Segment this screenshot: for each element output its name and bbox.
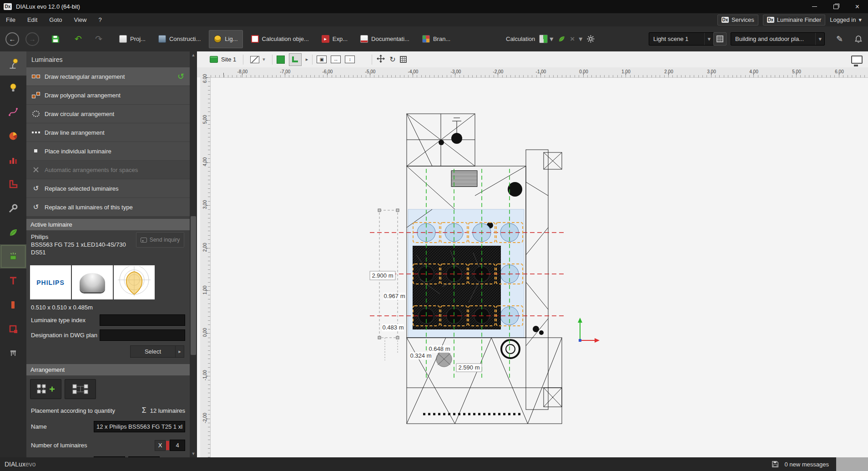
tab-branding[interactable]: Bran... [418, 30, 455, 48]
undo-button[interactable]: ↶ [72, 26, 85, 51]
scroll-up-icon[interactable]: ▲ [190, 51, 197, 59]
level-view-button[interactable] [289, 53, 302, 66]
luminaire-type-index-input[interactable] [100, 314, 185, 326]
save-button[interactable] [51, 26, 60, 51]
ruler-label: 0.00 [579, 69, 588, 74]
zoom-fit-button[interactable]: ▣ [317, 56, 327, 63]
tool-replace-all-luminaires[interactable]: ↺ Replace all luminaires of this type [26, 198, 190, 216]
tool-luminaires[interactable] [0, 51, 26, 76]
tool-column[interactable] [0, 293, 26, 317]
tool-draw-rectangular-arrangement[interactable]: Draw rectangular arrangement ↺ [26, 67, 190, 86]
tool-strip [0, 51, 26, 457]
services-button[interactable]: Dx Services [717, 15, 758, 25]
menu-view[interactable]: View [68, 13, 93, 26]
dimension-value[interactable]: 2.590 m [459, 364, 480, 371]
dwg-designation-input[interactable] [100, 329, 185, 341]
tool-draw-circular-arrangement[interactable]: Draw circular arrangement [26, 105, 190, 123]
chevron-down-icon[interactable]: ▾ [579, 35, 582, 43]
edit-pencil-button[interactable]: ✎ [836, 26, 843, 51]
tool-energy[interactable] [0, 220, 26, 244]
tab-documentation[interactable]: Documentati... [356, 30, 414, 48]
tool-rooms[interactable] [0, 172, 26, 196]
tool-cables[interactable] [0, 100, 26, 124]
brand-dialux: DIALux [5, 461, 25, 468]
messages-status[interactable]: 0 new messages [784, 461, 829, 468]
menu-help[interactable]: ? [93, 13, 108, 26]
luminaire-finder-button[interactable]: Dx Luminaire Finder [763, 15, 826, 25]
tool-place-individual-luminaire[interactable]: Place individual luminaire [26, 142, 190, 160]
arrangement-field-button[interactable] [30, 379, 61, 399]
tab-export[interactable]: ▸Exp... [317, 30, 352, 48]
quantity-value[interactable]: 12 luminaires [150, 407, 185, 414]
tool-replace-selected-luminaires[interactable]: ↺ Replace selected luminaires [26, 179, 190, 198]
menu-file[interactable]: File [0, 13, 21, 26]
calculation-label: Calculation [506, 35, 535, 42]
site-button[interactable]: Site 1 [207, 55, 239, 64]
view-mode-button[interactable]: ▾ [247, 55, 268, 65]
tool-zones[interactable] [0, 317, 26, 341]
manufacturer-logo-thumb[interactable]: PHILIPS [30, 265, 71, 299]
tool-luminaire-layout[interactable] [0, 244, 26, 268]
cad-drawing[interactable]: 2.900 m 0.967 m 0.483 m 0.648 m 0.324 m … [210, 77, 868, 457]
site-label: Site 1 [221, 56, 236, 63]
light-distribution-thumb[interactable] [114, 265, 155, 299]
gear-icon[interactable] [586, 35, 595, 43]
move-tool-button[interactable] [376, 54, 385, 65]
horizontal-ruler[interactable]: -8.00 -7.00 -6.00 -5.00 -4.00 -3.00 -2.0… [210, 67, 868, 78]
tab-light[interactable]: Lig... [209, 30, 242, 48]
menu-goto[interactable]: Goto [43, 13, 68, 26]
building-select[interactable]: Building and outdoor pla... ▾ [731, 32, 825, 46]
energy-leaf-icon[interactable] [557, 35, 566, 43]
x-count-input[interactable] [170, 440, 185, 451]
minimize-button[interactable] [804, 0, 825, 13]
tab-construction[interactable]: Constructi... [154, 30, 205, 48]
select-row: Select ▸ [32, 345, 184, 358]
nav-back-button[interactable]: ← [5, 26, 19, 51]
ruler-label: 1.00 [202, 283, 207, 298]
name-row: Name [31, 421, 185, 432]
statusbar-resize-area[interactable] [836, 457, 868, 471]
logged-in-menu[interactable]: Logged in ▾ [830, 16, 862, 23]
calculation-mode-button[interactable]: ▾ [539, 35, 553, 43]
tool-daylight[interactable] [0, 124, 26, 148]
nav-forward-button[interactable]: → [25, 26, 39, 51]
scene-options-button[interactable] [713, 26, 727, 51]
rotate-tool-button[interactable]: ↻ [389, 55, 395, 64]
tool-draw-polygonal-arrangement[interactable]: Draw polygonal arrangement [26, 86, 190, 104]
light-icon [214, 35, 222, 43]
scrollbar-thumb[interactable] [191, 216, 196, 355]
arrangement-row-button[interactable] [65, 379, 96, 399]
select-expand-button[interactable]: ▸ [176, 345, 184, 358]
display-options-button[interactable] [851, 56, 863, 64]
notifications-button[interactable] [854, 26, 863, 51]
tab-calculation-objects[interactable]: Calculation obje... [247, 30, 313, 48]
selection-helper[interactable] [378, 209, 399, 360]
expand-icon[interactable]: ▸ [306, 56, 308, 62]
redo-button[interactable]: ↷ [92, 26, 105, 51]
menu-edit[interactable]: Edit [21, 13, 43, 26]
tab-project[interactable]: Proj... [115, 30, 150, 48]
select-luminaire-button[interactable]: Select [130, 345, 176, 358]
luminaire-photo-thumb[interactable] [72, 265, 113, 299]
fit-height-button[interactable]: ↕ [345, 56, 355, 63]
tool-draw-line-arrangement[interactable]: Draw line arrangement [26, 123, 190, 142]
grid-snap-button[interactable] [400, 56, 407, 63]
scroll-down-icon[interactable]: ▼ [190, 450, 197, 457]
close-button[interactable]: × [847, 0, 868, 13]
tool-lamps[interactable] [0, 76, 26, 100]
tool-settings[interactable] [0, 196, 26, 220]
tool-text[interactable] [0, 268, 26, 293]
arrangement-name-input[interactable] [94, 421, 185, 432]
light-scene-select[interactable]: Light scene 1 ▾ [649, 32, 714, 46]
tool-furniture[interactable] [0, 341, 26, 365]
dimension-value[interactable]: 2.900 m [372, 272, 394, 279]
chevron-down-icon: ▾ [858, 16, 862, 23]
panel-scrollbar[interactable]: ▲ ▼ [190, 51, 197, 457]
tool-results[interactable] [0, 148, 26, 172]
fit-width-button[interactable]: ↔ [331, 56, 341, 63]
restore-button[interactable] [825, 0, 847, 13]
cancel-calculation-button[interactable]: × [570, 35, 575, 44]
storey-view-button[interactable] [277, 56, 285, 64]
vertical-ruler[interactable]: 6.00 5.00 4.00 3.00 2.00 1.00 0.00 -1.00… [200, 77, 211, 457]
send-inquiry-button[interactable]: Send inquiry [136, 232, 184, 248]
